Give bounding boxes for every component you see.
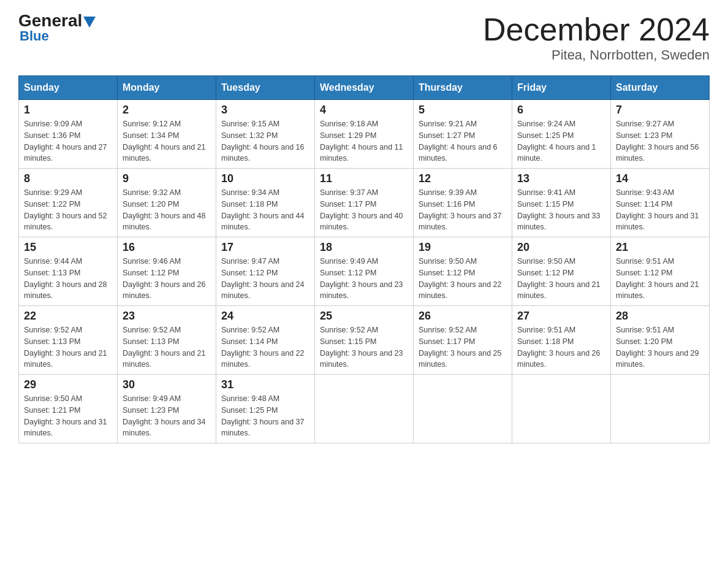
table-row: 16 Sunrise: 9:46 AMSunset: 1:12 PMDaylig… — [118, 237, 216, 306]
table-row: 18 Sunrise: 9:49 AMSunset: 1:12 PMDaylig… — [315, 237, 414, 306]
table-row: 4 Sunrise: 9:18 AMSunset: 1:29 PMDayligh… — [315, 100, 414, 169]
table-row: 3 Sunrise: 9:15 AMSunset: 1:32 PMDayligh… — [216, 100, 315, 169]
day-info: Sunrise: 9:09 AMSunset: 1:36 PMDaylight:… — [24, 118, 112, 164]
calendar-week-row: 8 Sunrise: 9:29 AMSunset: 1:22 PMDayligh… — [19, 169, 710, 237]
title-section: December 2024 Pitea, Norrbotten, Sweden — [483, 12, 710, 63]
day-info: Sunrise: 9:27 AMSunset: 1:23 PMDaylight:… — [616, 118, 704, 164]
table-row: 7 Sunrise: 9:27 AMSunset: 1:23 PMDayligh… — [611, 100, 710, 169]
table-row: 27 Sunrise: 9:51 AMSunset: 1:18 PMDaylig… — [512, 306, 611, 375]
day-info: Sunrise: 9:50 AMSunset: 1:21 PMDaylight:… — [24, 393, 112, 439]
day-info: Sunrise: 9:37 AMSunset: 1:17 PMDaylight:… — [320, 187, 408, 233]
table-row: 11 Sunrise: 9:37 AMSunset: 1:17 PMDaylig… — [315, 169, 414, 237]
table-row: 30 Sunrise: 9:49 AMSunset: 1:23 PMDaylig… — [118, 375, 216, 443]
calendar-week-row: 22 Sunrise: 9:52 AMSunset: 1:13 PMDaylig… — [19, 306, 710, 375]
day-info: Sunrise: 9:47 AMSunset: 1:12 PMDaylight:… — [221, 256, 309, 302]
table-row: 8 Sunrise: 9:29 AMSunset: 1:22 PMDayligh… — [19, 169, 118, 237]
table-row: 20 Sunrise: 9:50 AMSunset: 1:12 PMDaylig… — [512, 237, 611, 306]
col-friday: Friday — [512, 76, 611, 100]
table-row: 21 Sunrise: 9:51 AMSunset: 1:12 PMDaylig… — [611, 237, 710, 306]
table-row: 23 Sunrise: 9:52 AMSunset: 1:13 PMDaylig… — [118, 306, 216, 375]
day-number: 9 — [123, 172, 211, 185]
table-row: 9 Sunrise: 9:32 AMSunset: 1:20 PMDayligh… — [118, 169, 216, 237]
calendar-week-row: 1 Sunrise: 9:09 AMSunset: 1:36 PMDayligh… — [19, 100, 710, 169]
calendar-week-row: 29 Sunrise: 9:50 AMSunset: 1:21 PMDaylig… — [19, 375, 710, 443]
table-row: 1 Sunrise: 9:09 AMSunset: 1:36 PMDayligh… — [19, 100, 118, 169]
day-number: 29 — [24, 378, 112, 391]
day-number: 1 — [24, 104, 112, 117]
day-number: 16 — [123, 241, 211, 254]
table-row — [414, 375, 512, 443]
day-number: 24 — [221, 310, 309, 323]
day-number: 3 — [221, 104, 309, 117]
day-info: Sunrise: 9:49 AMSunset: 1:12 PMDaylight:… — [320, 256, 408, 302]
day-info: Sunrise: 9:48 AMSunset: 1:25 PMDaylight:… — [221, 393, 309, 439]
day-number: 30 — [123, 378, 211, 391]
day-number: 23 — [123, 310, 211, 323]
day-info: Sunrise: 9:34 AMSunset: 1:18 PMDaylight:… — [221, 187, 309, 233]
table-row: 24 Sunrise: 9:52 AMSunset: 1:14 PMDaylig… — [216, 306, 315, 375]
logo: General Blue — [18, 12, 96, 44]
col-thursday: Thursday — [414, 76, 512, 100]
day-number: 5 — [419, 104, 507, 117]
day-number: 14 — [616, 172, 704, 185]
day-info: Sunrise: 9:52 AMSunset: 1:17 PMDaylight:… — [419, 324, 507, 370]
day-number: 8 — [24, 172, 112, 185]
logo-general-text: General — [18, 12, 82, 29]
col-monday: Monday — [118, 76, 216, 100]
col-wednesday: Wednesday — [315, 76, 414, 100]
day-number: 12 — [419, 172, 507, 185]
day-info: Sunrise: 9:51 AMSunset: 1:18 PMDaylight:… — [517, 324, 605, 370]
day-info: Sunrise: 9:50 AMSunset: 1:12 PMDaylight:… — [517, 256, 605, 302]
day-number: 4 — [320, 104, 408, 117]
day-number: 27 — [517, 310, 605, 323]
day-info: Sunrise: 9:52 AMSunset: 1:13 PMDaylight:… — [24, 324, 112, 370]
day-number: 20 — [517, 241, 605, 254]
table-row: 15 Sunrise: 9:44 AMSunset: 1:13 PMDaylig… — [19, 237, 118, 306]
day-info: Sunrise: 9:46 AMSunset: 1:12 PMDaylight:… — [123, 256, 211, 302]
table-row — [512, 375, 611, 443]
page-header: General Blue December 2024 Pitea, Norrbo… — [18, 12, 710, 63]
day-number: 22 — [24, 310, 112, 323]
day-info: Sunrise: 9:44 AMSunset: 1:13 PMDaylight:… — [24, 256, 112, 302]
col-sunday: Sunday — [19, 76, 118, 100]
table-row: 22 Sunrise: 9:52 AMSunset: 1:13 PMDaylig… — [19, 306, 118, 375]
day-number: 25 — [320, 310, 408, 323]
subtitle: Pitea, Norrbotten, Sweden — [483, 47, 710, 63]
calendar-table: Sunday Monday Tuesday Wednesday Thursday… — [18, 75, 710, 443]
table-row: 6 Sunrise: 9:24 AMSunset: 1:25 PMDayligh… — [512, 100, 611, 169]
day-info: Sunrise: 9:41 AMSunset: 1:15 PMDaylight:… — [517, 187, 605, 233]
day-info: Sunrise: 9:50 AMSunset: 1:12 PMDaylight:… — [419, 256, 507, 302]
day-number: 10 — [221, 172, 309, 185]
col-saturday: Saturday — [611, 76, 710, 100]
table-row: 14 Sunrise: 9:43 AMSunset: 1:14 PMDaylig… — [611, 169, 710, 237]
calendar-header-row: Sunday Monday Tuesday Wednesday Thursday… — [19, 76, 710, 100]
day-info: Sunrise: 9:15 AMSunset: 1:32 PMDaylight:… — [221, 118, 309, 164]
day-info: Sunrise: 9:52 AMSunset: 1:13 PMDaylight:… — [123, 324, 211, 370]
day-number: 11 — [320, 172, 408, 185]
day-number: 28 — [616, 310, 704, 323]
day-info: Sunrise: 9:39 AMSunset: 1:16 PMDaylight:… — [419, 187, 507, 233]
day-number: 13 — [517, 172, 605, 185]
day-info: Sunrise: 9:52 AMSunset: 1:15 PMDaylight:… — [320, 324, 408, 370]
day-number: 26 — [419, 310, 507, 323]
day-number: 19 — [419, 241, 507, 254]
day-number: 31 — [221, 378, 309, 391]
day-info: Sunrise: 9:12 AMSunset: 1:34 PMDaylight:… — [123, 118, 211, 164]
day-number: 7 — [616, 104, 704, 117]
calendar-week-row: 15 Sunrise: 9:44 AMSunset: 1:13 PMDaylig… — [19, 237, 710, 306]
table-row: 28 Sunrise: 9:51 AMSunset: 1:20 PMDaylig… — [611, 306, 710, 375]
day-number: 2 — [123, 104, 211, 117]
table-row: 2 Sunrise: 9:12 AMSunset: 1:34 PMDayligh… — [118, 100, 216, 169]
col-tuesday: Tuesday — [216, 76, 315, 100]
table-row: 26 Sunrise: 9:52 AMSunset: 1:17 PMDaylig… — [414, 306, 512, 375]
day-info: Sunrise: 9:52 AMSunset: 1:14 PMDaylight:… — [221, 324, 309, 370]
table-row — [611, 375, 710, 443]
table-row: 10 Sunrise: 9:34 AMSunset: 1:18 PMDaylig… — [216, 169, 315, 237]
day-info: Sunrise: 9:51 AMSunset: 1:12 PMDaylight:… — [616, 256, 704, 302]
table-row: 5 Sunrise: 9:21 AMSunset: 1:27 PMDayligh… — [414, 100, 512, 169]
logo-blue-text: Blue — [20, 28, 49, 44]
day-number: 18 — [320, 241, 408, 254]
day-number: 17 — [221, 241, 309, 254]
table-row: 13 Sunrise: 9:41 AMSunset: 1:15 PMDaylig… — [512, 169, 611, 237]
day-info: Sunrise: 9:43 AMSunset: 1:14 PMDaylight:… — [616, 187, 704, 233]
